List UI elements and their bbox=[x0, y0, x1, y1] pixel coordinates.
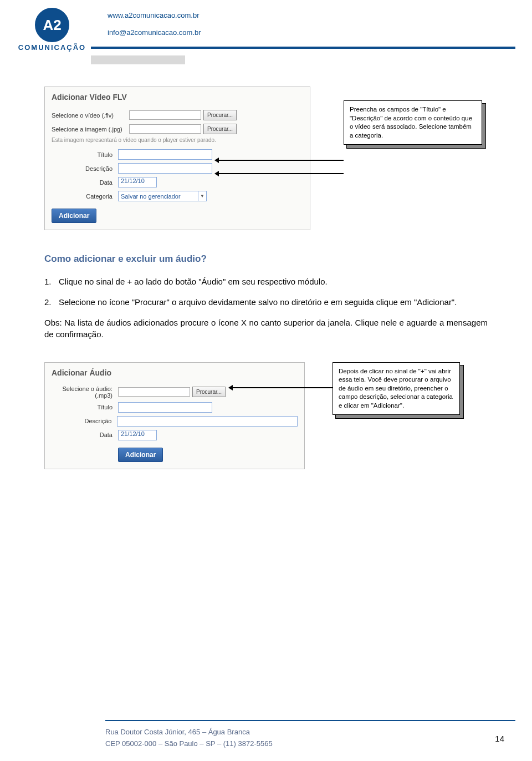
logo: A2 COMUNICAÇÃO bbox=[13, 8, 91, 52]
descricao-label: Descrição bbox=[52, 165, 118, 172]
audio-descricao-input[interactable] bbox=[117, 416, 298, 427]
obs-text: Obs: Na lista de áudios adicionados proc… bbox=[44, 317, 488, 340]
audio-form-panel: Adicionar Áudio Selecione o áudio: (.mp3… bbox=[44, 362, 305, 469]
page-header: A2 COMUNICAÇÃO www.a2comunicacao.com.br … bbox=[0, 0, 532, 64]
image-hint: Esta imagem representará o vídeo quando … bbox=[45, 136, 310, 148]
procurar-audio-btn[interactable]: Procurar... bbox=[192, 387, 226, 397]
image-file-input[interactable] bbox=[129, 124, 201, 134]
procurar-video-btn[interactable]: Procurar... bbox=[203, 110, 237, 120]
descricao-input[interactable] bbox=[118, 163, 212, 174]
categoria-select[interactable]: Salvar no gerenciador ▼ bbox=[118, 191, 207, 201]
item1-num: 1. bbox=[44, 276, 59, 287]
page-number: 14 bbox=[495, 734, 504, 743]
titulo-label: Título bbox=[52, 151, 118, 158]
data-input[interactable]: 21/12/10 bbox=[118, 177, 157, 187]
video-form-title: Adicionar Vídeo FLV bbox=[45, 87, 310, 108]
header-email: info@a2comunicacao.com.br bbox=[108, 28, 532, 37]
callout-audio: Depois de clicar no sinal de "+" vai abr… bbox=[332, 362, 460, 415]
footer-contact: CEP 05002-000 – São Paulo – SP – (11) 38… bbox=[105, 738, 515, 750]
select-audio-label: Selecione o áudio: (.mp3) bbox=[52, 385, 118, 399]
audio-titulo-label: Título bbox=[52, 404, 118, 410]
adicionar-video-button[interactable]: Adicionar bbox=[52, 209, 96, 223]
arrow-to-descricao bbox=[216, 173, 344, 174]
categoria-value: Salvar no gerenciador bbox=[119, 193, 198, 200]
arrow-to-audio-procurar bbox=[230, 387, 332, 388]
grey-bar bbox=[91, 55, 185, 64]
footer-address: Rua Doutor Costa Júnior, 465 – Água Bran… bbox=[105, 727, 515, 738]
audio-file-input[interactable] bbox=[118, 387, 190, 397]
select-video-label: Selecione o vídeo (.flv) bbox=[52, 112, 129, 119]
arrow-to-titulo bbox=[216, 160, 344, 161]
adicionar-audio-button[interactable]: Adicionar bbox=[118, 448, 163, 462]
categoria-label: Categoria bbox=[52, 193, 118, 200]
page-footer: Rua Doutor Costa Júnior, 465 – Água Bran… bbox=[0, 720, 532, 761]
chevron-down-icon: ▼ bbox=[198, 191, 206, 201]
section-heading: Como adicionar e excluir um áudio? bbox=[44, 252, 488, 266]
data-label: Data bbox=[52, 179, 118, 186]
video-form-panel: Adicionar Vídeo FLV Selecione o vídeo (.… bbox=[44, 87, 310, 230]
item2-num: 2. bbox=[44, 296, 59, 308]
logo-subtitle: COMUNICAÇÃO bbox=[13, 43, 91, 52]
header-links: www.a2comunicacao.com.br info@a2comunica… bbox=[108, 11, 532, 37]
footer-rule bbox=[105, 720, 515, 721]
audio-form-title: Adicionar Áudio bbox=[45, 363, 304, 384]
audio-titulo-input[interactable] bbox=[118, 402, 212, 413]
callout-video: Preencha os campos de "Título" e "Descri… bbox=[344, 100, 482, 145]
procurar-image-btn[interactable]: Procurar... bbox=[203, 124, 237, 134]
header-url: www.a2comunicacao.com.br bbox=[108, 11, 532, 19]
audio-descricao-label: Descrição bbox=[52, 418, 117, 424]
item2-text: Selecione no ícone "Procurar" o arquivo … bbox=[59, 296, 488, 308]
titulo-input[interactable] bbox=[118, 149, 212, 160]
audio-data-input[interactable]: 21/12/10 bbox=[118, 430, 157, 440]
select-image-label: Selecione a imagem (.jpg) bbox=[52, 126, 129, 133]
logo-circle: A2 bbox=[35, 8, 69, 42]
header-rule bbox=[91, 47, 515, 49]
video-file-input[interactable] bbox=[129, 110, 201, 120]
item1-text: Clique no sinal de + ao lado do botão "Á… bbox=[59, 276, 488, 287]
audio-data-label: Data bbox=[52, 432, 118, 438]
